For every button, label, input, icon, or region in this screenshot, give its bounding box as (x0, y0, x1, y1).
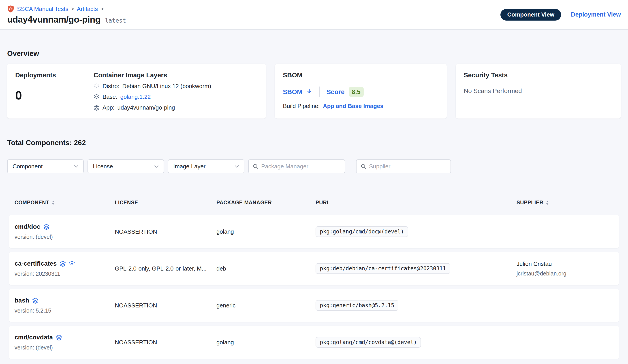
layers-base-icon (93, 94, 100, 100)
package-manager-cell: deb (216, 265, 315, 272)
table-row[interactable]: bash version: 5.2.15 NOASSERTION generic… (9, 289, 619, 322)
table-header: COMPONENT LICENSE PACKAGE MANAGER PURL S… (9, 200, 619, 206)
deployments-layers-card: Deployments 0 Container Image Layers Dis… (7, 64, 266, 119)
sbom-score-badge: 8.5 (349, 87, 364, 97)
page-header: SSCA Manual Tests > Artifacts > uday4vun… (0, 0, 628, 30)
app-layer-row: App: uday4vunnam/go-ping (93, 104, 258, 111)
base-layer-outline-icon (69, 261, 75, 267)
page-title: uday4vunnam/go-ping (7, 14, 100, 25)
build-pipeline-label: Build Pipeline: (283, 103, 320, 110)
security-tests-title: Security Tests (464, 71, 613, 79)
license-cell: GPL-2.0-only, GPL-2.0-or-later, M... (115, 265, 216, 272)
component-view-button[interactable]: Component View (500, 9, 561, 21)
purl-chip[interactable]: pkg:golang/cmd/covdata@(devel) (315, 337, 421, 348)
filter-bar: Component License Image Layer (7, 159, 621, 173)
package-manager-cell: golang (216, 339, 315, 346)
app-layer-icon (43, 224, 49, 230)
purl-column-label: PURL (315, 200, 330, 206)
supplier-input[interactable] (369, 163, 447, 170)
component-name: cmd/doc (14, 223, 40, 230)
base-layer-row: Base: golang:1.22 (93, 93, 258, 100)
license-column-header: LICENSE (115, 200, 216, 206)
package-manager-cell: golang (216, 228, 315, 235)
component-version: version: 20230311 (14, 271, 115, 277)
download-icon[interactable] (306, 89, 313, 95)
deployments-count: 0 (15, 88, 93, 102)
sbom-score-label: Score (326, 88, 345, 96)
component-version: version: (devel) (14, 234, 115, 240)
breadcrumb-separator: > (100, 6, 104, 12)
purl-column-header: PURL (315, 200, 517, 206)
breadcrumb: SSCA Manual Tests > Artifacts > (7, 5, 126, 13)
app-layer-icon (60, 261, 66, 267)
component-name: cmd/covdata (14, 334, 53, 341)
license-cell: NOASSERTION (115, 228, 216, 235)
license-filter-dropdown[interactable]: License (87, 159, 164, 173)
image-layer-filter-dropdown[interactable]: Image Layer (168, 159, 244, 173)
table-row[interactable]: cmd/doc version: (devel) NOASSERTION gol… (9, 215, 619, 248)
sbom-title: SBOM (283, 71, 439, 79)
view-toggle: Component View Deployment View (500, 9, 621, 21)
ssca-shield-icon (7, 5, 14, 13)
chevron-down-icon (235, 165, 239, 168)
app-layer-icon (32, 298, 38, 304)
sbom-card: SBOM SBOM Score 8.5 Build Pipeline: App … (275, 64, 447, 119)
artifact-tag: latest (105, 17, 126, 24)
deployments-title: Deployments (15, 71, 93, 79)
search-icon (361, 163, 366, 169)
sbom-download-link[interactable]: SBOM (283, 88, 313, 96)
chevron-down-icon (74, 165, 78, 168)
breadcrumb-artifacts-link[interactable]: Artifacts (77, 5, 98, 12)
deployment-view-button[interactable]: Deployment View (571, 11, 621, 18)
package-manager-input[interactable] (261, 163, 341, 170)
table-row[interactable]: cmd/covdata version: (devel) NOASSERTION… (9, 326, 619, 359)
component-filter-dropdown[interactable]: Component (7, 159, 84, 173)
base-label: Base: (102, 93, 117, 100)
supplier-name: Julien Cristau (517, 260, 614, 267)
supplier-column-header[interactable]: SUPPLIER (517, 200, 614, 206)
distro-label: Distro: (102, 83, 119, 90)
license-column-label: LICENSE (115, 200, 138, 206)
component-name: bash (14, 297, 29, 304)
component-name: ca-certificates (14, 260, 57, 267)
search-icon (253, 163, 258, 169)
total-components-heading: Total Components: 262 (7, 139, 621, 147)
sbom-download-label: SBOM (283, 88, 302, 96)
component-filter-label: Component (12, 163, 43, 170)
supplier-email: jcristau@debian.org (517, 270, 614, 277)
distro-layer-row: Distro: Debian GNU/Linux 12 (bookworm) (93, 83, 258, 90)
supplier-cell: Julien Cristau jcristau@debian.org (517, 260, 614, 277)
license-cell: NOASSERTION (115, 339, 216, 346)
base-image-link[interactable]: golang:1.22 (120, 93, 151, 100)
security-tests-card: Security Tests No Scans Performed (456, 64, 621, 119)
distro-value: Debian GNU/Linux 12 (bookworm) (122, 83, 211, 90)
purl-chip[interactable]: pkg:deb/debian/ca-certificates@20230311 (315, 263, 450, 274)
supplier-search[interactable] (356, 159, 451, 173)
sort-icon[interactable] (546, 200, 549, 205)
component-version: version: 5.2.15 (14, 307, 115, 314)
overview-heading: Overview (7, 49, 621, 58)
breadcrumb-separator: > (71, 6, 74, 12)
component-column-header[interactable]: COMPONENT (14, 200, 115, 206)
build-pipeline-link[interactable]: App and Base Images (323, 103, 383, 110)
image-layers-title: Container Image Layers (93, 71, 258, 79)
package-manager-column-label: PACKAGE MANAGER (216, 200, 272, 206)
app-label: App: (102, 104, 115, 111)
purl-chip[interactable]: pkg:golang/cmd/doc@(devel) (315, 226, 408, 237)
chevron-down-icon (154, 165, 159, 168)
layers-filled-icon (93, 105, 100, 111)
supplier-column-label: SUPPLIER (517, 200, 544, 206)
divider (319, 87, 320, 97)
package-manager-cell: generic (216, 302, 315, 309)
breadcrumb-project-link[interactable]: SSCA Manual Tests (17, 5, 68, 12)
purl-chip[interactable]: pkg:generic/bash@5.2.15 (315, 300, 398, 311)
package-manager-search[interactable] (248, 159, 345, 173)
license-cell: NOASSERTION (115, 302, 216, 309)
license-filter-label: License (93, 163, 113, 170)
app-value: uday4vunnam/go-ping (117, 104, 175, 111)
sort-icon[interactable] (52, 200, 55, 205)
image-layer-filter-label: Image Layer (173, 163, 206, 170)
package-manager-column-header: PACKAGE MANAGER (216, 200, 315, 206)
security-tests-status: No Scans Performed (464, 87, 613, 95)
table-row[interactable]: ca-certificates version: 20230311 GPL-2.… (9, 252, 619, 285)
